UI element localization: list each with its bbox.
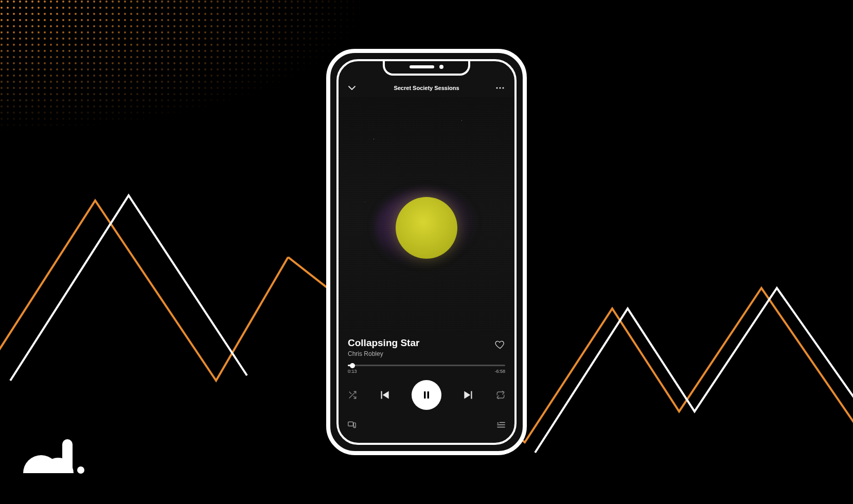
heart-icon[interactable] [495,339,505,350]
svg-rect-14 [424,391,426,399]
svg-point-13 [502,87,504,88]
seek-bar[interactable]: 0:13 -6:58 [348,365,505,374]
previous-track-icon[interactable] [378,388,391,402]
track-artist[interactable]: Chris Robley [348,350,419,357]
svg-rect-5 [0,0,370,134]
svg-rect-16 [348,422,353,426]
phone-frame: Secret Society Sessions Collapsing Star … [326,49,527,455]
canvas-artwork[interactable] [339,97,514,330]
svg-rect-15 [428,391,430,399]
time-elapsed: 0:13 [348,369,357,374]
pause-icon[interactable] [412,380,441,410]
phone-screen: Secret Society Sessions Collapsing Star … [336,59,517,445]
devices-icon[interactable] [348,421,356,428]
playback-controls [348,380,505,410]
more-icon[interactable] [496,87,505,89]
player-topbar: Secret Society Sessions [348,84,505,92]
track-info: Collapsing Star Chris Robley [348,337,505,357]
svg-rect-6 [483,0,853,134]
svg-point-10 [77,466,84,474]
queue-icon[interactable] [497,421,505,428]
brand-logo [23,437,95,481]
shuffle-icon[interactable] [348,390,357,400]
svg-rect-9 [62,439,73,473]
svg-point-18 [354,426,355,427]
svg-point-11 [496,87,497,88]
music-player: Secret Society Sessions Collapsing Star … [339,61,514,443]
context-title: Secret Society Sessions [357,85,496,91]
track-title: Collapsing Star [348,337,419,349]
repeat-icon[interactable] [496,390,505,400]
chevron-down-icon[interactable] [348,84,357,92]
svg-rect-8 [575,350,853,504]
next-track-icon[interactable] [462,388,475,402]
svg-rect-7 [0,350,278,504]
svg-rect-17 [353,423,356,428]
svg-point-12 [499,87,501,88]
player-bottom-row [348,421,505,428]
time-remaining: -6:58 [494,369,505,374]
